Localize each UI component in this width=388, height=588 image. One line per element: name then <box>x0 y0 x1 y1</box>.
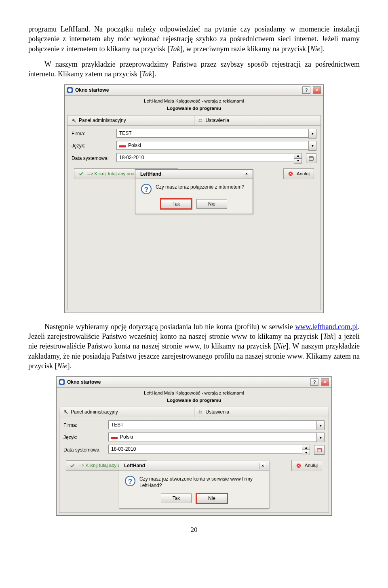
product-name: LeftHand Mała Księgowość - wersja z rekl… <box>144 391 244 395</box>
wrench-icon <box>63 409 68 415</box>
dialog-question: Czy masz teraz połączenie z internetem? <box>156 184 244 190</box>
chevron-down-icon[interactable]: ▾ <box>308 129 316 139</box>
value-firma: TEST <box>111 422 124 428</box>
dialog-konto: LeftHand × ? Czy masz już utworzone kont… <box>119 461 269 508</box>
spin-down-icon[interactable]: ▾ <box>294 158 302 164</box>
cancel-button[interactable]: Anuluj <box>291 460 322 471</box>
combo-firma[interactable]: TEST ▾ <box>116 129 316 139</box>
svg-point-1 <box>200 119 202 120</box>
titlebar: Okno startowe ? × <box>57 377 331 388</box>
dialog-title: LeftHand <box>140 171 161 177</box>
login-title: Logowanie do programu <box>65 105 323 112</box>
value-data: 18-03-2010 <box>116 153 294 162</box>
chevron-down-icon[interactable]: ▾ <box>308 141 316 151</box>
help-button[interactable]: ? <box>302 86 310 94</box>
subheader: LeftHand Mała Księgowość - wersja z rekl… <box>65 96 323 112</box>
app-icon <box>67 87 73 93</box>
subheader: LeftHand Mała Księgowość - wersja z rekl… <box>57 388 331 404</box>
btn-name-tak: Tak <box>142 70 152 78</box>
cancel-label: Anuluj <box>297 171 310 177</box>
tab-label: Panel administracyjny <box>71 409 118 415</box>
tab-label: Ustawienia <box>206 117 230 124</box>
page-number: 20 <box>28 525 360 535</box>
dialog-internet: LeftHand × ? Czy masz teraz połączenie z… <box>135 169 253 214</box>
question-icon: ? <box>125 476 135 486</box>
svg-rect-10 <box>317 448 322 449</box>
btn-name-nie: Nie <box>57 362 67 370</box>
close-button[interactable]: × <box>259 463 266 469</box>
value-data: 18-03-2010 <box>108 445 302 454</box>
tak-button[interactable]: Tak <box>161 199 192 209</box>
cancel-button[interactable]: Anuluj <box>283 168 314 180</box>
calendar-button[interactable] <box>314 445 325 455</box>
cancel-icon <box>288 171 293 176</box>
close-button[interactable]: × <box>243 171 250 177</box>
check-icon <box>70 463 75 468</box>
form-area: Firma: TEST ▾ Język: Polski ▾ Data syste… <box>67 125 321 310</box>
spin-down-icon[interactable]: ▾ <box>302 450 310 455</box>
flag-icon <box>119 143 126 147</box>
btn-name-tak: Tak <box>170 45 180 53</box>
tab-ustawienia[interactable]: Ustawienia <box>194 115 321 125</box>
combo-jezyk[interactable]: Polski ▾ <box>116 141 316 151</box>
window-okno-startowe-2: Okno startowe ? × LeftHand Mała Księgowo… <box>56 376 332 516</box>
date-field[interactable]: 18-03-2010 ▴ ▾ <box>108 445 310 455</box>
window-title: Okno startowe <box>75 87 300 93</box>
paragraph-1: programu LeftHand. Na początku należy od… <box>28 24 360 54</box>
people-icon <box>198 118 203 123</box>
window-okno-startowe-1: Okno startowe ? × LeftHand Mała Księgowo… <box>64 84 324 313</box>
tabs: Panel administracyjny Ustawienia <box>59 407 329 417</box>
check-icon <box>78 171 84 176</box>
flag-icon <box>111 435 118 439</box>
nie-button[interactable]: Nie <box>196 494 227 503</box>
tab-label: Panel administracyjny <box>79 117 126 124</box>
wrench-icon <box>71 118 76 123</box>
date-field[interactable]: 18-03-2010 ▴ ▾ <box>116 153 302 164</box>
label-data: Data systemowa: <box>63 447 106 453</box>
nie-button[interactable]: Nie <box>196 199 227 209</box>
svg-rect-3 <box>309 157 314 158</box>
chevron-down-icon[interactable]: ▾ <box>316 420 325 430</box>
app-icon <box>59 379 65 385</box>
label-jezyk: Język: <box>72 143 114 149</box>
btn-name-nie: Nie <box>276 342 286 350</box>
label-firma: Firma: <box>72 130 114 137</box>
label-firma: Firma: <box>63 422 106 428</box>
titlebar: Okno startowe ? × <box>65 85 323 96</box>
tak-button[interactable]: Tak <box>161 494 192 503</box>
btn-name-nie: Nie <box>310 45 321 53</box>
value-jezyk: Polski <box>128 142 141 149</box>
link-lefthand[interactable]: www.lefthand.com.pl <box>295 323 358 331</box>
btn-name-tak: Tak <box>323 332 333 340</box>
help-button[interactable]: ? <box>310 378 318 386</box>
close-button[interactable]: × <box>313 86 321 94</box>
text: Następnie wybieramy opcję dotyczącą posi… <box>44 323 295 331</box>
value-firma: TEST <box>119 130 132 136</box>
value-jezyk: Polski <box>120 434 133 440</box>
spin-up-icon[interactable]: ▴ <box>302 445 310 450</box>
cancel-label: Anuluj <box>305 462 318 469</box>
combo-firma[interactable]: TEST ▾ <box>108 420 325 430</box>
chevron-down-icon[interactable]: ▾ <box>316 433 325 442</box>
paragraph-2: W naszym przykładzie przeprowadzimy Pańs… <box>28 59 360 79</box>
text: ]. <box>321 45 325 53</box>
tabs: Panel administracyjny Ustawienia <box>67 115 321 125</box>
dialog-titlebar: LeftHand × <box>135 170 253 179</box>
people-icon <box>198 409 203 415</box>
svg-point-8 <box>200 411 202 412</box>
tab-label: Ustawienia <box>206 409 230 415</box>
svg-text:?: ? <box>128 477 133 485</box>
tab-ustawienia[interactable]: Ustawienia <box>194 407 329 417</box>
close-button[interactable]: × <box>321 378 329 386</box>
product-name: LeftHand Mała Księgowość - wersja z rekl… <box>144 99 244 103</box>
paragraph-3: Następnie wybieramy opcję dotyczącą posi… <box>28 322 360 371</box>
tab-panel-admin[interactable]: Panel administracyjny <box>59 407 194 417</box>
tab-panel-admin[interactable]: Panel administracyjny <box>67 115 194 125</box>
svg-point-7 <box>198 410 200 412</box>
text: ]. <box>67 362 72 370</box>
svg-point-0 <box>198 119 200 120</box>
cancel-icon <box>296 463 302 468</box>
calendar-button[interactable] <box>306 153 316 163</box>
combo-jezyk[interactable]: Polski ▾ <box>108 433 325 442</box>
spin-up-icon[interactable]: ▴ <box>294 153 302 158</box>
